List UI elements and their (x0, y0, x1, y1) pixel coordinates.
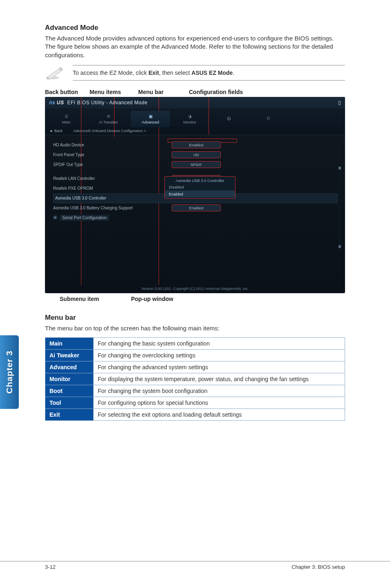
row-asmedia-batt-label: Asmedia USB 3.0 Battery Charging Support (53, 206, 172, 210)
table-key-exit: Exit (45, 409, 94, 421)
annot-config-fields: Configuration fields (189, 89, 243, 95)
pencil-note-icon (45, 65, 64, 80)
row-asmedia-battery[interactable]: Asmedia USB 3.0 Battery Charging Support… (53, 203, 338, 213)
note-text-prefix: To access the EZ Mode, click (73, 70, 148, 76)
table-desc-exit: For selecting the exit options and loadi… (94, 409, 345, 421)
advanced-mode-heading: Advanced Mode (45, 24, 345, 32)
bios-version-footer: Version 2.00.1201. Copyright (C) 2011 Am… (45, 287, 345, 291)
note-block: To access the EZ Mode, click Exit, then … (45, 65, 345, 81)
row-hd-audio-label: HD Audio Device (53, 143, 172, 147)
popup-title: Asmedia USB 3.0 Controller (165, 177, 235, 184)
back-arrow-icon: ◄ (49, 129, 53, 133)
tab-advanced[interactable]: ▣ Advanced (131, 111, 170, 127)
table-desc-main: For changing the basic system configurat… (94, 338, 345, 350)
tab-advanced-label: Advanced (142, 120, 159, 124)
page-footer: 3-12 Chapter 3: BIOS setup (0, 561, 390, 570)
row-serial-label: Serial Port Configuration (60, 215, 109, 221)
tab-monitor-label: Monitor (183, 120, 196, 124)
tab-main-label: Main (62, 120, 71, 124)
table-row: AdvancedFor changing the advanced system… (45, 361, 345, 373)
row-front-panel-value[interactable]: HD (172, 151, 221, 158)
bios-screenshot: /ısUS EFI BIOS Utility - Advanced Mode ▯… (45, 97, 345, 293)
wrench-icon: ⚙ (105, 113, 112, 119)
table-desc-boot: For changing the system boot configurati… (94, 385, 345, 397)
exit-icon[interactable]: ▯ (338, 100, 341, 105)
chapter-title-footer: Chapter 3: BIOS setup (291, 561, 345, 570)
row-serial-port[interactable]: > Serial Port Configuration (53, 215, 338, 221)
table-desc-advanced: For changing the advanced system setting… (94, 361, 345, 373)
table-key-main: Main (45, 338, 94, 350)
dropdown-popup[interactable]: Asmedia USB 3.0 Controller Disabled Enab… (164, 176, 235, 199)
page-number: 3-12 (45, 561, 56, 570)
popup-option-enabled[interactable]: Enabled (165, 191, 235, 197)
table-row: Ai TweakerFor changing the overclocking … (45, 350, 345, 361)
row-front-panel-label: Front Panel Type (53, 153, 172, 157)
scroll-arrow-down-icon[interactable] (338, 245, 341, 248)
table-key-advanced: Advanced (45, 361, 94, 373)
asus-logo: /ısUS EFI BIOS Utility - Advanced Mode (49, 100, 148, 105)
advanced-mode-body: The Advanced Mode provides advanced opti… (45, 34, 345, 59)
tab-power[interactable]: ⏻ (209, 111, 249, 127)
menu-bar-body: The menu bar on top of the screen has th… (45, 324, 345, 332)
table-row: ToolFor configuring options for special … (45, 397, 345, 409)
row-spdif-value[interactable]: SPDIF (172, 161, 221, 168)
note-text-ezmode: ASUS EZ Mode (191, 70, 233, 76)
annot-menu-bar: Menu bar (138, 89, 187, 95)
note-text-exit: Exit (148, 70, 159, 76)
menu-bar-heading: Menu bar (45, 314, 345, 322)
row-spdif[interactable]: SPDIF Out Type SPDIF (53, 160, 338, 170)
chevron-right-icon: > (53, 215, 57, 220)
bios-breadcrumb: ◄ Back Advanced\ Onboard Devices Configu… (45, 127, 345, 135)
table-row: ExitFor selecting the exit options and l… (45, 409, 345, 421)
power-icon: ⏻ (225, 116, 233, 121)
annot-submenu-item: Submenu item (60, 296, 99, 302)
row-asmedia-batt-value[interactable]: Enabled (172, 204, 221, 211)
table-row: BootFor changing the system boot configu… (45, 385, 345, 397)
bios-titlebar: /ısUS EFI BIOS Utility - Advanced Mode ▯ (45, 97, 345, 108)
annot-menu-items: Menu items (90, 89, 137, 95)
table-desc-tool: For configuring options for special func… (94, 397, 345, 409)
row-lan-label: Realtek LAN Controller (53, 176, 172, 181)
annot-back-button: Back button (45, 89, 88, 95)
row-hd-audio-value[interactable]: Enabled (172, 141, 221, 148)
row-spdif-label: SPDIF Out Type (53, 162, 172, 167)
table-key-monitor: Monitor (45, 373, 94, 385)
back-button[interactable]: ◄ Back (49, 129, 63, 133)
chapter-side-tab: Chapter 3 (0, 335, 19, 409)
tab-main[interactable]: ☰ Main (47, 111, 86, 127)
row-hd-audio[interactable]: HD Audio Device Enabled (53, 140, 338, 150)
menu-bar-table: MainFor changing the basic system config… (45, 337, 345, 421)
bios-tabbar: ☰ Main ⚙ Ai Tweaker ▣ Advanced ◑ Monitor… (45, 108, 345, 127)
tab-monitor[interactable]: ◑ Monitor (170, 111, 209, 127)
breadcrumb-path: Advanced\ Onboard Devices Configuration … (73, 129, 146, 133)
popup-option-disabled[interactable]: Disabled (165, 184, 235, 191)
annot-popup-window: Pop-up window (131, 296, 173, 302)
note-text-suffix: . (233, 70, 234, 76)
asus-logo-text: /ıs (49, 100, 55, 105)
chapter-side-tab-label: Chapter 3 (4, 350, 14, 394)
scrollbar[interactable] (338, 166, 341, 248)
scroll-arrow-up-icon[interactable] (338, 166, 341, 170)
row-front-panel[interactable]: Front Panel Type HD (53, 150, 338, 160)
table-desc-tweaker: For changing the overclocking settings (94, 350, 345, 361)
table-desc-monitor: For displaying the system temperature, p… (94, 373, 345, 385)
table-key-boot: Boot (45, 385, 94, 397)
tab-tool[interactable]: ☶ (249, 111, 288, 127)
tab-ai-tweaker-label: Ai Tweaker (99, 120, 118, 124)
row-asmedia-label: Asmedia USB 3.0 Controller (54, 196, 172, 200)
bios-title-text: EFI BIOS Utility - Advanced Mode (67, 100, 148, 105)
figure-bottom-annotations: Submenu item Pop-up window (45, 296, 345, 302)
table-row: MainFor changing the basic system config… (45, 338, 345, 350)
table-row: MonitorFor displaying the system tempera… (45, 373, 345, 385)
table-key-tweaker: Ai Tweaker (45, 350, 94, 361)
chip-icon: ▣ (147, 113, 154, 119)
tab-ai-tweaker[interactable]: ⚙ Ai Tweaker (86, 111, 131, 127)
row-pxe-label: Realtek PXE OPROM (53, 186, 172, 191)
tool-icon: ☶ (264, 116, 272, 121)
table-key-tool: Tool (45, 397, 94, 409)
back-button-label: Back (54, 129, 63, 133)
monitor-icon: ◑ (186, 113, 193, 119)
note-text: To access the EZ Mode, click Exit, then … (73, 65, 345, 81)
bios-settings-panel: HD Audio Device Enabled Front Panel Type… (45, 135, 345, 147)
figure-top-annotations: Back button Menu items Menu bar Configur… (45, 89, 345, 95)
